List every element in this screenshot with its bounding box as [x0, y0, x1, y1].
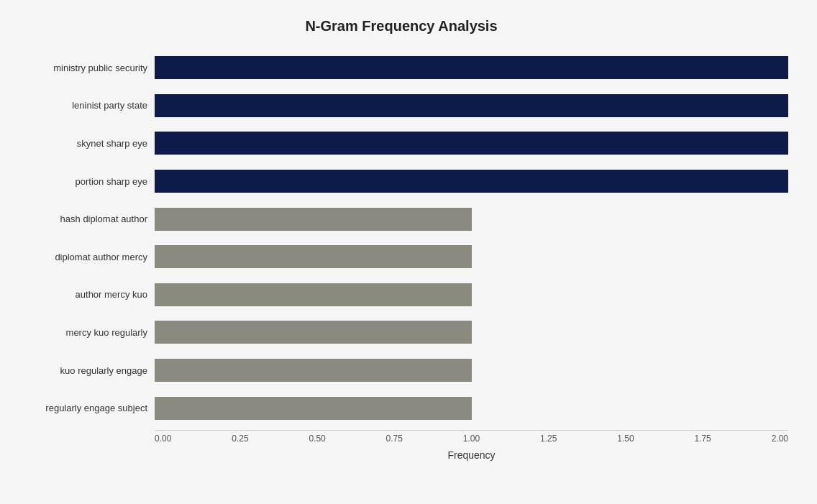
bar-fill — [155, 170, 788, 193]
bar-label: hash diplomat author — [14, 214, 155, 224]
bar-track — [155, 94, 788, 117]
bar-row: author mercy kuo — [14, 276, 788, 314]
bar-row: regularly engage subject — [14, 389, 788, 427]
bar-track — [155, 170, 788, 193]
bars-section: ministry public securityleninist party s… — [14, 49, 788, 427]
bar-track — [155, 245, 788, 268]
bar-label: author mercy kuo — [14, 289, 155, 300]
bar-fill — [155, 359, 472, 382]
bar-fill — [155, 56, 788, 79]
x-tick: 1.25 — [540, 431, 557, 444]
chart-container: N-Gram Frequency Analysis ministry publi… — [0, 0, 817, 504]
bar-track — [155, 208, 788, 231]
bar-fill — [155, 132, 788, 155]
bar-label: skynet sharp eye — [14, 138, 155, 149]
bar-track — [155, 56, 788, 79]
bar-label: leninist party state — [14, 100, 155, 111]
bar-track — [155, 283, 788, 306]
x-axis: 0.000.250.500.751.001.251.501.752.00 — [14, 430, 788, 444]
bar-label: mercy kuo regularly — [14, 327, 155, 338]
bar-label: regularly engage subject — [14, 403, 155, 413]
bar-row: kuo regularly engage — [14, 352, 788, 390]
x-tick: 0.00 — [155, 431, 171, 444]
bar-row: skynet sharp eye — [14, 124, 788, 162]
x-tick: 2.00 — [772, 431, 788, 444]
chart-title: N-Gram Frequency Analysis — [14, 18, 788, 35]
bar-row: portion sharp eye — [14, 162, 788, 201]
bar-fill — [155, 397, 472, 420]
x-tick: 0.25 — [232, 431, 248, 444]
bar-row: ministry public security — [14, 49, 788, 87]
x-tick: 1.50 — [617, 431, 634, 444]
x-tick: 0.50 — [309, 431, 325, 444]
x-tick: 1.00 — [463, 431, 480, 444]
x-tick: 0.75 — [386, 431, 403, 444]
bar-fill — [155, 245, 472, 268]
bar-row: hash diplomat author — [14, 200, 788, 238]
bar-row: diplomat author mercy — [14, 238, 788, 276]
bar-label: portion sharp eye — [14, 176, 155, 187]
bar-label: ministry public security — [14, 63, 155, 73]
bar-row: leninist party state — [14, 87, 788, 125]
bar-label: diplomat author mercy — [14, 252, 155, 262]
bar-fill — [155, 94, 788, 117]
bar-track — [155, 321, 788, 344]
bar-fill — [155, 283, 472, 306]
bar-track — [155, 359, 788, 382]
bar-fill — [155, 321, 472, 344]
bar-row: mercy kuo regularly — [14, 313, 788, 352]
bar-track — [155, 132, 788, 155]
bar-track — [155, 397, 788, 420]
x-axis-ticks: 0.000.250.500.751.001.251.501.752.00 — [155, 430, 788, 444]
bar-fill — [155, 208, 472, 231]
bar-label: kuo regularly engage — [14, 365, 155, 376]
chart-area: ministry public securityleninist party s… — [14, 49, 788, 461]
x-tick: 1.75 — [694, 431, 711, 444]
x-axis-label: Frequency — [14, 449, 788, 461]
